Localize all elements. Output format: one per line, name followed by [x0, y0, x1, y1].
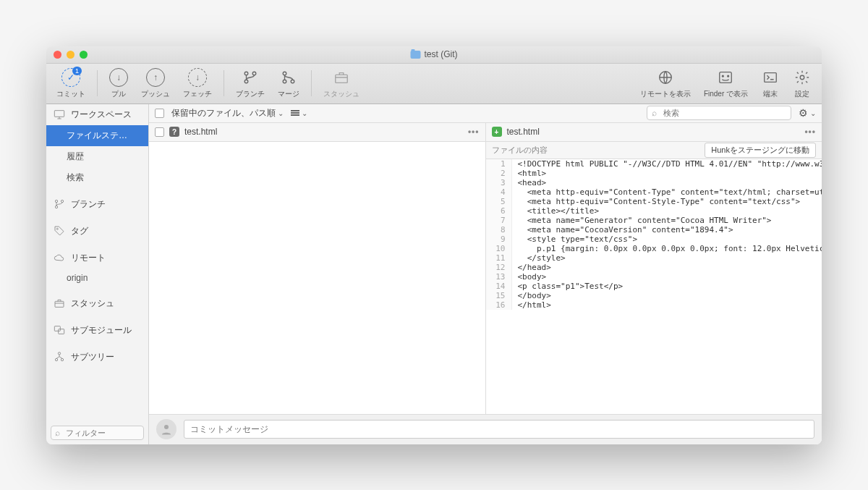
pull-label: プル	[111, 89, 126, 99]
pull-button[interactable]: ↓ プル	[105, 67, 132, 101]
svg-point-4	[283, 80, 286, 83]
cloud-icon	[54, 253, 65, 263]
code-line: 15</body>	[486, 291, 822, 300]
avatar	[156, 419, 176, 439]
code-line: 14<p class="p1">Test</p>	[486, 282, 822, 291]
sidebar-workspace[interactable]: ワークスペース	[46, 104, 148, 125]
code-line: 16</html>	[486, 300, 822, 310]
commit-message-input[interactable]	[184, 420, 814, 439]
stash-label: スタッシュ	[323, 89, 359, 99]
sidebar-filter	[46, 421, 148, 444]
sidebar-submodules[interactable]: サブモジュール	[46, 320, 148, 341]
fetch-icon: ↓	[188, 68, 207, 87]
diff-more-button[interactable]: •••	[804, 127, 816, 137]
merge-button[interactable]: マージ	[273, 67, 304, 101]
settings-button[interactable]: 設定	[788, 67, 816, 101]
commit-label: コミット	[56, 89, 85, 99]
svg-rect-19	[54, 326, 60, 331]
show-remote-button[interactable]: リモートを表示	[636, 67, 695, 101]
svg-point-16	[61, 200, 63, 202]
search-input[interactable]	[647, 106, 791, 120]
split-panes: ? test.html ••• + test.html ••• ファイルの内容 …	[149, 123, 822, 414]
file-checkbox[interactable]	[155, 127, 164, 137]
svg-point-17	[56, 228, 58, 229]
fetch-button[interactable]: ↓ フェッチ	[179, 67, 216, 101]
diff-label: ファイルの内容	[492, 145, 548, 156]
pull-icon: ↓	[109, 68, 128, 87]
settings-label: 設定	[795, 89, 809, 99]
show-finder-button[interactable]: Finder で表示	[699, 67, 752, 101]
folder-icon	[410, 51, 420, 59]
titlebar: test (Git)	[46, 46, 822, 64]
zoom-button[interactable]	[80, 51, 88, 59]
sidebar-history-label: 履歴	[67, 151, 84, 163]
terminal-button[interactable]: 端末	[757, 67, 784, 101]
commit-button[interactable]: ✓1 コミット	[52, 67, 90, 101]
diff-pane: + test.html ••• ファイルの内容 Hunkをステージングに移動 1…	[486, 123, 822, 414]
sidebar: ワークスペース ファイルステ… 履歴 検索 ブランチ タグ リモート origi…	[46, 104, 149, 444]
code-view[interactable]: 1<!DOCTYPE html PUBLIC "-//W3C//DTD HTML…	[486, 159, 822, 414]
filter-input[interactable]	[51, 426, 144, 440]
svg-rect-13	[54, 111, 64, 117]
toolbar: ✓1 コミット ↓ プル ↑ プッシュ ↓ フェッチ ブランチ	[46, 64, 822, 104]
sidebar-branches-label: ブランチ	[71, 198, 106, 211]
svg-point-15	[55, 206, 57, 208]
code-line: 11 </style>	[486, 253, 822, 263]
branch-icon	[54, 199, 65, 209]
sidebar-origin-label: origin	[67, 273, 88, 283]
stage-hunk-button[interactable]: Hunkをステージングに移動	[705, 143, 816, 158]
svg-rect-20	[59, 329, 64, 334]
minimize-button[interactable]	[67, 51, 75, 59]
svg-point-12	[800, 75, 804, 80]
sidebar-filestatus[interactable]: ファイルステ…	[46, 125, 148, 146]
sidebar-history[interactable]: 履歴	[46, 146, 148, 167]
branch-icon	[241, 68, 260, 87]
show-remote-label: リモートを表示	[640, 89, 691, 99]
stash-icon	[54, 298, 65, 308]
body: ワークスペース ファイルステ… 履歴 検索 ブランチ タグ リモート origi…	[46, 104, 822, 444]
sidebar-submodules-label: サブモジュール	[71, 324, 132, 337]
sidebar-stashes[interactable]: スタッシュ	[46, 293, 148, 314]
svg-point-22	[55, 358, 57, 360]
svg-point-3	[283, 72, 286, 75]
file-list-pane: ? test.html •••	[149, 123, 486, 414]
svg-point-23	[61, 358, 63, 360]
globe-icon	[656, 68, 675, 87]
sidebar-subtrees-label: サブツリー	[71, 351, 114, 363]
code-line: 2<html>	[486, 169, 822, 178]
sidebar-search[interactable]: 検索	[46, 167, 148, 188]
close-button[interactable]	[54, 51, 61, 59]
file-filter-label: 保留中のファイル、パス順	[171, 107, 276, 119]
options-gear[interactable]: ⚙	[799, 107, 816, 119]
code-line: 9 <style type="text/css">	[486, 235, 822, 244]
monitor-icon	[54, 109, 65, 119]
gear-icon	[793, 68, 812, 87]
code-line: 6 <title></title>	[486, 206, 822, 216]
svg-point-14	[55, 200, 57, 202]
sidebar-branches[interactable]: ブランチ	[46, 194, 148, 215]
list-icon	[291, 110, 299, 116]
branch-button[interactable]: ブランチ	[231, 67, 269, 101]
stash-button[interactable]: スタッシュ	[319, 67, 364, 101]
svg-point-2	[252, 72, 256, 75]
file-name: test.html	[184, 127, 217, 137]
select-all-checkbox[interactable]	[155, 109, 164, 118]
file-more-button[interactable]: •••	[468, 127, 480, 137]
view-mode-dropdown[interactable]	[291, 109, 307, 117]
terminal-icon	[761, 68, 780, 87]
push-label: プッシュ	[141, 89, 170, 99]
stash-icon	[332, 68, 351, 87]
sidebar-origin[interactable]: origin	[46, 269, 148, 287]
sidebar-tags[interactable]: タグ	[46, 221, 148, 242]
svg-point-21	[58, 352, 60, 355]
svg-point-9	[723, 75, 724, 77]
sidebar-subtrees[interactable]: サブツリー	[46, 347, 148, 368]
code-line: 12</head>	[486, 263, 822, 272]
file-row[interactable]: ? test.html •••	[149, 123, 485, 142]
diff-file-header: + test.html •••	[486, 123, 822, 142]
push-button[interactable]: ↑ プッシュ	[137, 67, 174, 101]
sidebar-search-label: 検索	[67, 172, 84, 184]
submodule-icon	[54, 325, 65, 335]
file-filter-dropdown[interactable]: 保留中のファイル、パス順	[171, 107, 284, 119]
sidebar-remotes[interactable]: リモート	[46, 248, 148, 269]
